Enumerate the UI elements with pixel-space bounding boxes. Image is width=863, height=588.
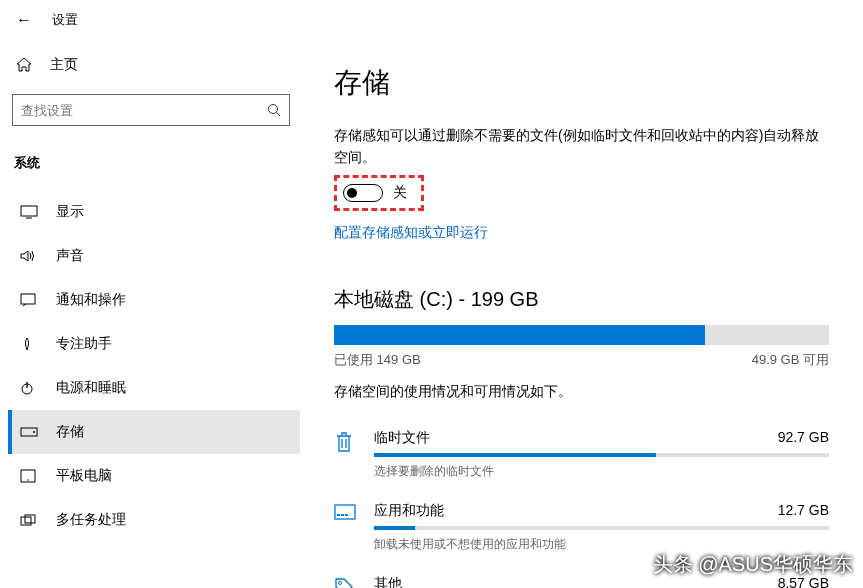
page-title: 存储 <box>334 64 829 102</box>
sidebar-item-label: 电源和睡眠 <box>56 379 126 397</box>
display-icon <box>20 205 38 219</box>
sidebar-item-label: 声音 <box>56 247 84 265</box>
svg-point-17 <box>339 581 342 584</box>
storage-icon <box>20 427 38 437</box>
category-name: 临时文件 <box>374 429 430 447</box>
main-content: 存储 存储感知可以通过删除不需要的文件(例如临时文件和回收站中的内容)自动释放空… <box>300 40 863 588</box>
search-icon <box>267 103 281 117</box>
window-title: 设置 <box>52 11 78 29</box>
sidebar: 主页 系统 显示 声音 通知和操作 专注助手 电源和 <box>0 40 300 588</box>
category-size: 12.7 GB <box>778 502 829 518</box>
category-name: 应用和功能 <box>374 502 444 520</box>
sidebar-item-label: 专注助手 <box>56 335 112 353</box>
sidebar-item-display[interactable]: 显示 <box>8 190 300 234</box>
sidebar-item-label: 多任务处理 <box>56 511 126 529</box>
category-bar <box>374 526 829 530</box>
storage-sense-description: 存储感知可以通过删除不需要的文件(例如临时文件和回收站中的内容)自动释放空间。 <box>334 124 829 169</box>
sidebar-item-label: 存储 <box>56 423 84 441</box>
category-other[interactable]: 其他 8.57 GB 管理其他大文件夹 <box>334 567 829 588</box>
sidebar-item-notifications[interactable]: 通知和操作 <box>8 278 300 322</box>
category-bar <box>374 453 829 457</box>
sidebar-item-focus[interactable]: 专注助手 <box>8 322 300 366</box>
sidebar-item-power[interactable]: 电源和睡眠 <box>8 366 300 410</box>
disk-title: 本地磁盘 (C:) - 199 GB <box>334 286 829 313</box>
svg-point-10 <box>27 479 29 481</box>
category-subtitle: 卸载未使用或不想使用的应用和功能 <box>374 536 829 553</box>
power-icon <box>20 381 38 395</box>
category-size: 8.57 GB <box>778 575 829 588</box>
sidebar-item-sound[interactable]: 声音 <box>8 234 300 278</box>
sidebar-item-storage[interactable]: 存储 <box>8 410 300 454</box>
breakdown-description: 存储空间的使用情况和可用情况如下。 <box>334 383 829 401</box>
sidebar-item-label: 平板电脑 <box>56 467 112 485</box>
disk-usage-fill <box>334 325 705 345</box>
svg-rect-16 <box>345 514 348 516</box>
category-temp-files[interactable]: 临时文件 92.7 GB 选择要删除的临时文件 <box>334 421 829 494</box>
disk-free-label: 49.9 GB 可用 <box>752 351 829 369</box>
category-apps[interactable]: 应用和功能 12.7 GB 卸载未使用或不想使用的应用和功能 <box>334 494 829 567</box>
disk-usage-bar <box>334 325 829 345</box>
focus-icon <box>20 337 38 351</box>
sidebar-home[interactable]: 主页 <box>12 48 300 82</box>
notifications-icon <box>20 293 38 307</box>
home-icon <box>16 57 32 73</box>
svg-rect-13 <box>335 505 355 519</box>
disk-used-label: 已使用 149 GB <box>334 351 421 369</box>
category-name: 其他 <box>374 575 402 588</box>
svg-rect-11 <box>21 517 31 525</box>
configure-storage-sense-link[interactable]: 配置存储感知或立即运行 <box>334 224 488 242</box>
svg-rect-15 <box>341 514 344 516</box>
sidebar-item-tablet[interactable]: 平板电脑 <box>8 454 300 498</box>
svg-rect-4 <box>21 294 35 304</box>
sidebar-item-label: 通知和操作 <box>56 291 126 309</box>
category-size: 92.7 GB <box>778 429 829 445</box>
category-subtitle: 选择要删除的临时文件 <box>374 463 829 480</box>
sidebar-group-header: 系统 <box>12 146 300 190</box>
svg-rect-2 <box>21 206 37 216</box>
svg-rect-14 <box>337 514 340 516</box>
tag-icon <box>334 575 358 588</box>
svg-line-1 <box>277 113 281 117</box>
search-field[interactable] <box>21 103 267 118</box>
sidebar-item-label: 显示 <box>56 203 84 221</box>
storage-sense-toggle[interactable] <box>343 184 383 202</box>
svg-point-8 <box>33 431 35 433</box>
svg-point-0 <box>269 105 278 114</box>
back-button[interactable]: ← <box>16 11 32 29</box>
tablet-icon <box>20 469 38 483</box>
multitask-icon <box>20 514 38 526</box>
sidebar-item-multitask[interactable]: 多任务处理 <box>8 498 300 542</box>
highlight-annotation: 关 <box>334 175 424 211</box>
trash-icon <box>334 429 358 453</box>
toggle-state-label: 关 <box>393 184 407 202</box>
sound-icon <box>20 249 38 263</box>
home-label: 主页 <box>50 56 78 74</box>
search-input[interactable] <box>12 94 290 126</box>
svg-rect-12 <box>25 515 35 523</box>
apps-icon <box>334 502 358 522</box>
